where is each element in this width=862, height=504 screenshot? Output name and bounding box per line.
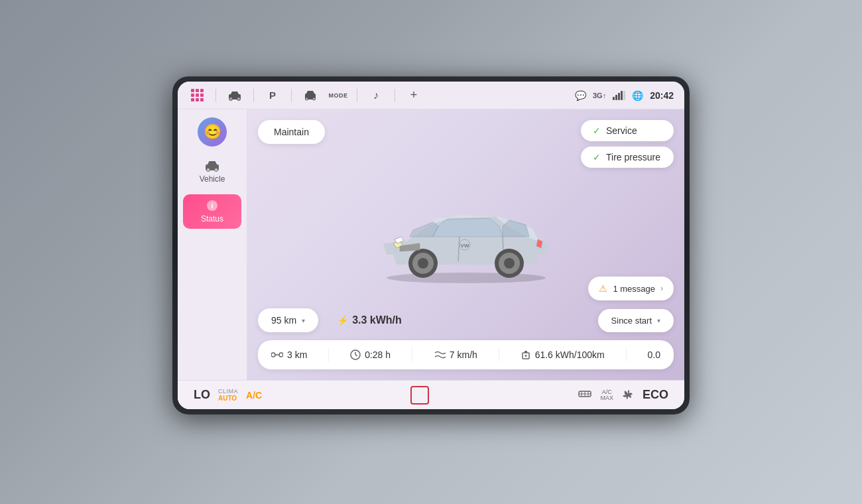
sidebar-item-status[interactable]: i Status	[183, 194, 241, 229]
nav-divider-5	[395, 89, 395, 102]
right-panel: Maintain ✓ Service ✓ Tire pressure	[247, 109, 684, 380]
rear-defrost-icon[interactable]	[578, 389, 592, 402]
chevron-down-icon: ▾	[302, 317, 305, 324]
auto-label: AUTO	[218, 395, 238, 402]
main-content: 😊 Vehicle	[178, 109, 684, 380]
svg-point-23	[279, 353, 283, 357]
range-value: 95 km	[271, 315, 296, 326]
stat-divider-2	[412, 348, 412, 361]
status-label: Status	[201, 214, 223, 223]
stat-divider-1	[328, 348, 329, 361]
svg-text:VW: VW	[460, 243, 469, 249]
warning-icon: ⚠	[599, 283, 607, 294]
svg-point-2	[237, 97, 241, 100]
svg-line-27	[355, 355, 357, 356]
stat-divider-3	[499, 348, 499, 361]
speed-icon	[434, 350, 446, 359]
screen-bezel: P MODE ♪	[172, 76, 690, 414]
stats-row: 3 km 0:28 h	[258, 340, 674, 369]
nav-divider-3	[291, 89, 292, 102]
warning-area: ⚠ 1 message ›	[588, 277, 674, 300]
bottom-toolbar: LO CLIMA AUTO A/C	[178, 380, 684, 409]
nav-divider-2	[253, 89, 254, 102]
time-value: 0:28 h	[365, 349, 391, 360]
warning-count: 1 message	[613, 284, 655, 294]
nav-divider-4	[357, 89, 357, 102]
distance-value: 3 km	[287, 349, 307, 360]
globe-icon: 🌐	[632, 90, 643, 101]
chat-icon[interactable]: 💬	[575, 90, 586, 101]
sidebar-item-vehicle[interactable]: Vehicle	[183, 155, 241, 189]
energy-value: 3.3 kWh/h	[352, 314, 402, 326]
range-button[interactable]: 95 km ▾	[258, 308, 318, 332]
service-pill[interactable]: ✓ Service	[581, 120, 674, 141]
maintain-button[interactable]: Maintain	[258, 120, 325, 144]
svg-point-11	[387, 273, 546, 283]
vehicle-label: Vehicle	[200, 174, 225, 184]
status-bar-right: 💬 3G↑ 🌐 20:42	[575, 90, 674, 101]
time-icon	[350, 349, 361, 360]
network-label: 3G↑	[593, 92, 606, 99]
clima-group: CLIMA AUTO	[218, 388, 238, 402]
svg-text:i: i	[211, 202, 213, 210]
max-label: MAX	[600, 395, 613, 401]
chevron-right-icon: ›	[660, 284, 663, 293]
top-row: Maintain ✓ Service ✓ Tire pressure	[258, 120, 674, 168]
svg-point-22	[271, 353, 275, 357]
home-button[interactable]	[410, 386, 429, 405]
parking-icon[interactable]: P	[263, 86, 282, 105]
tire-pressure-label: Tire pressure	[606, 152, 660, 162]
svg-point-5	[313, 97, 316, 100]
svg-point-16	[418, 258, 428, 269]
tire-pressure-pill[interactable]: ✓ Tire pressure	[581, 147, 674, 168]
since-start-button[interactable]: Since start ▾	[598, 309, 674, 332]
add-icon[interactable]: +	[404, 86, 423, 105]
car-warning-area: VW ⚠ 1 message ›	[258, 176, 674, 300]
stat-speed: 7 km/h	[434, 349, 477, 360]
speed-value: 7 km/h	[450, 349, 477, 360]
sidebar: 😊 Vehicle	[178, 109, 247, 380]
avatar[interactable]: 😊	[198, 117, 227, 147]
since-start-chevron: ▾	[657, 317, 660, 324]
signal-bars	[613, 91, 625, 100]
service-check-icon: ✓	[593, 125, 601, 136]
car-display: VW	[258, 192, 674, 284]
car-interior: P MODE ♪	[0, 0, 862, 504]
apps-grid-icon[interactable]	[188, 86, 206, 104]
svg-point-1	[229, 97, 233, 100]
toolbar-left: LO CLIMA AUTO A/C	[194, 388, 262, 402]
svg-point-19	[504, 258, 515, 269]
nav-divider	[216, 89, 216, 102]
ac-label: A/C	[246, 390, 262, 401]
fan-icon[interactable]	[621, 389, 635, 402]
service-label: Service	[606, 125, 637, 136]
efficiency-value: 61.6 kWh/100km	[535, 349, 605, 360]
clima-label: CLIMA	[218, 388, 238, 395]
mode-icon[interactable]: MODE	[329, 86, 347, 105]
time-display: 20:42	[650, 90, 674, 101]
ac-max-group[interactable]: A/C MAX	[600, 389, 613, 401]
extra-value: 0.0	[647, 349, 660, 360]
distance-icon	[271, 350, 283, 359]
drive-icon[interactable]	[301, 86, 320, 105]
car-nav-icon[interactable]	[225, 86, 244, 105]
music-icon[interactable]: ♪	[367, 86, 385, 105]
lo-label: LO	[194, 388, 210, 402]
warning-message[interactable]: ⚠ 1 message ›	[588, 277, 674, 300]
since-start-label: Since start	[611, 316, 652, 326]
energy-display: ⚡ 3.3 kWh/h	[337, 314, 402, 326]
toolbar-center	[410, 386, 429, 405]
svg-point-8	[215, 168, 218, 172]
stat-efficiency: 61.6 kWh/100km	[521, 349, 605, 360]
main-screen: P MODE ♪	[178, 82, 684, 409]
status-pills: ✓ Service ✓ Tire pressure	[581, 120, 674, 168]
stat-distance: 3 km	[271, 349, 307, 360]
svg-point-4	[306, 97, 308, 100]
status-bar: P MODE ♪	[178, 82, 684, 109]
stat-time: 0:28 h	[350, 349, 391, 360]
efficiency-icon	[521, 349, 531, 360]
svg-point-7	[207, 168, 210, 172]
toolbar-right: A/C MAX ECO	[578, 388, 668, 402]
tire-check-icon: ✓	[593, 152, 601, 162]
middle-row: 95 km ▾ ⚡ 3.3 kWh/h Since start ▾	[258, 308, 674, 332]
